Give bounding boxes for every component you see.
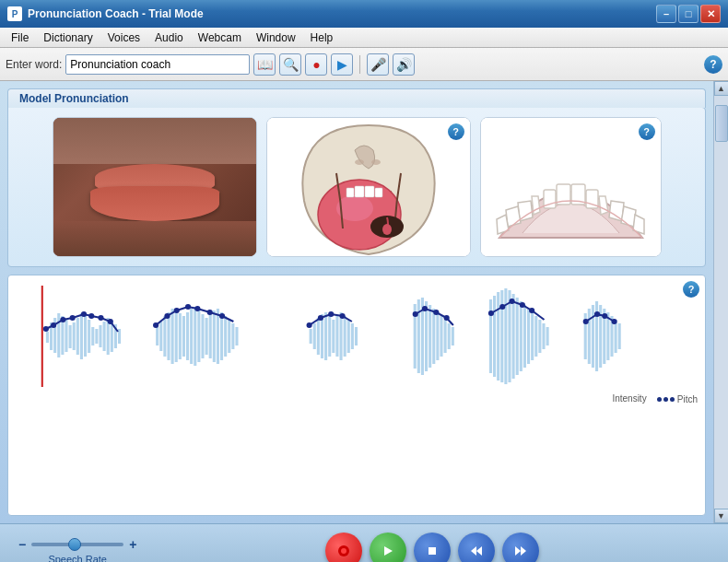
play-button[interactable] bbox=[370, 533, 406, 563]
menu-dictionary[interactable]: Dictionary bbox=[36, 29, 100, 46]
svg-rect-52 bbox=[213, 310, 216, 362]
svg-rect-43 bbox=[179, 313, 182, 359]
menu-file[interactable]: File bbox=[4, 29, 36, 46]
svg-point-116 bbox=[108, 319, 113, 324]
menu-audio[interactable]: Audio bbox=[147, 29, 191, 46]
svg-rect-57 bbox=[231, 323, 234, 349]
svg-point-110 bbox=[51, 322, 56, 328]
speech-rate-decrease[interactable]: − bbox=[18, 537, 26, 552]
rewind-button[interactable] bbox=[458, 533, 495, 563]
main-area: Model Pronunciation ? bbox=[0, 81, 728, 523]
svg-point-137 bbox=[583, 319, 589, 324]
stop-button[interactable] bbox=[414, 533, 451, 563]
svg-rect-42 bbox=[175, 310, 178, 362]
svg-rect-44 bbox=[182, 316, 185, 357]
speech-rate-increase[interactable]: + bbox=[129, 537, 136, 552]
teeth-help-icon[interactable]: ? bbox=[639, 123, 655, 140]
svg-rect-30 bbox=[95, 329, 98, 344]
svg-point-113 bbox=[81, 311, 87, 317]
svg-rect-82 bbox=[452, 327, 454, 345]
svg-rect-65 bbox=[332, 320, 335, 353]
svg-rect-66 bbox=[335, 316, 338, 357]
svg-rect-20 bbox=[57, 313, 60, 357]
menu-help[interactable]: Help bbox=[303, 29, 341, 46]
svg-point-123 bbox=[219, 313, 225, 319]
teeth-image-container: ? bbox=[480, 117, 662, 257]
search-button[interactable]: 🔍 bbox=[279, 53, 301, 76]
svg-rect-91 bbox=[520, 301, 523, 371]
menu-voices[interactable]: Voices bbox=[100, 29, 147, 46]
dictionary-lookup-button[interactable]: 📖 bbox=[253, 53, 276, 76]
help-button[interactable]: ? bbox=[704, 55, 722, 74]
waveform-legend: Intensity Pitch bbox=[16, 392, 698, 404]
svg-rect-59 bbox=[310, 329, 312, 344]
teeth-image bbox=[481, 118, 661, 256]
svg-point-122 bbox=[207, 310, 213, 315]
slider-row: − + bbox=[18, 537, 136, 552]
speech-rate-label: Speech Rate bbox=[48, 554, 107, 563]
svg-rect-98 bbox=[546, 327, 549, 345]
svg-rect-60 bbox=[313, 323, 316, 349]
svg-rect-68 bbox=[344, 316, 346, 357]
svg-point-125 bbox=[318, 315, 323, 321]
window-controls: – □ ✕ bbox=[656, 5, 721, 23]
svg-rect-97 bbox=[542, 323, 545, 349]
microphone-button[interactable]: 🎤 bbox=[367, 53, 389, 76]
lips-skin-top bbox=[53, 118, 256, 164]
pitch-dots bbox=[657, 397, 675, 402]
scroll-down-button[interactable]: ▼ bbox=[714, 509, 729, 523]
svg-rect-73 bbox=[417, 299, 420, 373]
svg-point-114 bbox=[88, 313, 94, 319]
scroll-up-button[interactable]: ▲ bbox=[714, 81, 729, 96]
svg-rect-85 bbox=[497, 292, 499, 381]
content-panel: Model Pronunciation ? bbox=[0, 81, 713, 523]
menu-webcam[interactable]: Webcam bbox=[191, 29, 249, 46]
svg-rect-45 bbox=[186, 312, 189, 360]
svg-rect-96 bbox=[538, 320, 541, 353]
svg-rect-76 bbox=[429, 305, 431, 368]
svg-rect-23 bbox=[69, 325, 72, 348]
svg-rect-22 bbox=[65, 320, 67, 352]
close-button[interactable]: ✕ bbox=[700, 5, 721, 23]
svg-rect-47 bbox=[194, 307, 196, 366]
maximize-button[interactable]: □ bbox=[678, 5, 699, 23]
pitch-legend: Pitch bbox=[657, 394, 698, 404]
record-word-button[interactable]: ● bbox=[305, 53, 327, 76]
menu-window[interactable]: Window bbox=[249, 29, 303, 46]
forward-button[interactable] bbox=[502, 533, 539, 563]
svg-rect-58 bbox=[235, 327, 238, 345]
svg-rect-81 bbox=[448, 323, 451, 349]
svg-point-135 bbox=[520, 302, 525, 308]
minimize-button[interactable]: – bbox=[656, 5, 676, 23]
speech-rate-slider-thumb[interactable] bbox=[68, 538, 81, 551]
play-word-button[interactable]: ▶ bbox=[331, 53, 353, 76]
scroll-thumb[interactable] bbox=[715, 105, 728, 142]
svg-rect-80 bbox=[444, 320, 447, 353]
speech-rate-slider-track bbox=[31, 543, 123, 546]
window-title: Pronunciation Coach - Trial Mode bbox=[28, 7, 656, 20]
svg-marker-146 bbox=[476, 546, 482, 556]
svg-rect-38 bbox=[159, 322, 162, 351]
waveform-panel: ? bbox=[7, 275, 706, 516]
record-button[interactable] bbox=[325, 533, 362, 563]
svg-rect-25 bbox=[76, 318, 79, 355]
intensity-label: Intensity bbox=[612, 393, 646, 404]
word-input[interactable] bbox=[65, 54, 250, 75]
svg-point-138 bbox=[594, 311, 600, 317]
throat-help-icon[interactable]: ? bbox=[448, 123, 464, 140]
svg-point-117 bbox=[153, 322, 159, 328]
svg-rect-40 bbox=[167, 312, 170, 360]
svg-marker-148 bbox=[521, 546, 526, 556]
svg-rect-67 bbox=[340, 312, 343, 360]
svg-point-8 bbox=[371, 159, 381, 165]
lips-lower bbox=[90, 186, 219, 221]
svg-rect-144 bbox=[429, 547, 436, 555]
pitch-dot-3 bbox=[670, 397, 675, 402]
svg-rect-4 bbox=[355, 186, 364, 197]
pitch-dot-1 bbox=[657, 397, 662, 402]
images-panel: ? bbox=[7, 107, 706, 267]
svg-rect-62 bbox=[321, 314, 323, 358]
speaker-button[interactable]: 🔊 bbox=[393, 53, 415, 76]
model-pronunciation-tab[interactable]: Model Pronunciation bbox=[7, 88, 706, 108]
svg-point-134 bbox=[509, 299, 514, 304]
